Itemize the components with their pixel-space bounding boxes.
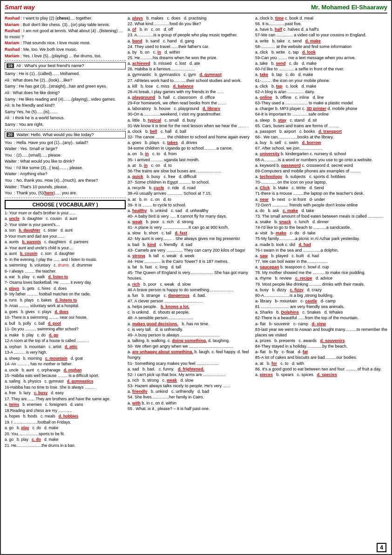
left-column: Rashad : I want to play (2) (chess).... … (5, 15, 126, 449)
vocab-header: CHOOSE ( VOCABULARY ) (5, 200, 126, 209)
section-19: 19 Ali : What's your best friend's name? (5, 62, 126, 69)
divider-3 (5, 198, 126, 198)
dialogue-1: Rashad : I want to play (2) (chess).... … (5, 15, 126, 59)
q20-text: Waiter: Hello. What would you like today… (17, 132, 94, 137)
q19-text: Ali : What's your best friend's name? (16, 63, 84, 68)
header-left-title: Smart way (5, 4, 35, 11)
section-num-19: 19 (7, 63, 14, 68)
page-number: 4 (377, 543, 386, 552)
main-content: Rashad : I want to play (2) (chess).... … (5, 15, 387, 449)
dialogue-2: Samy : He is (1)...(called)...... Mohame… (5, 71, 126, 127)
mid-column: a. plays b. makes c. does d. practising … (128, 15, 253, 449)
right-questions: a. clock b. time c. book d. meal 56. It … (255, 15, 387, 377)
section-20: 20 Waiter: Hello. What would you like to… (5, 131, 126, 138)
page-header: Smart way Mr. Mohamed El-Shaarawy (5, 4, 387, 11)
vocab-list: 1- Your mum or dad's brother is your....… (5, 211, 126, 448)
right-column: a. clock b. time c. book d. meal 56. It … (255, 15, 387, 449)
dialogue-3: You : Hella. Have you got (1)...(any).. … (5, 140, 126, 196)
header-divider (5, 13, 387, 14)
divider-2 (5, 129, 126, 130)
mid-questions: a. plays b. makes c. does d. practising … (128, 15, 253, 411)
section-num-20: 20 (7, 132, 14, 137)
page: Smart way Mr. Mohamed El-Shaarawy Rashad… (0, 0, 392, 555)
divider-1 (5, 60, 126, 61)
header-right-title: Mr. Mohamed El-Shaarawy (311, 4, 387, 11)
